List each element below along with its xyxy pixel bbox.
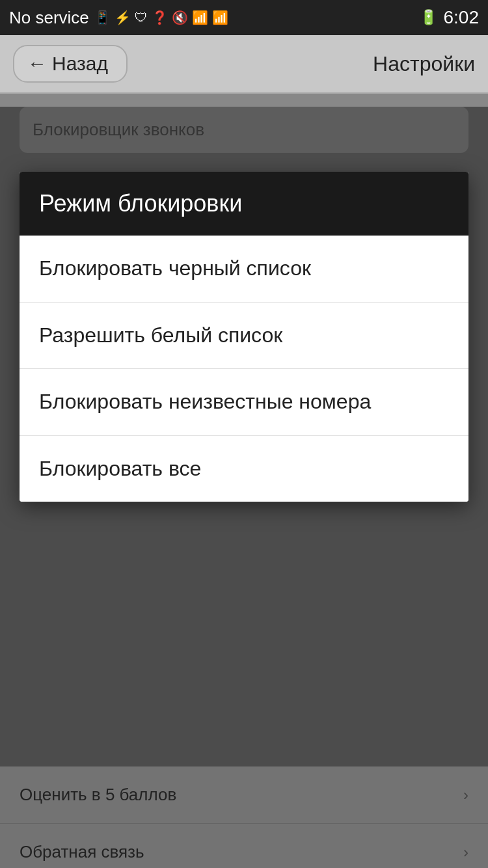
nav-title: Настройки <box>373 52 475 76</box>
phone-icon: 📱 <box>94 10 111 25</box>
shield-icon: 🛡 <box>135 10 148 25</box>
dialog-item-blacklist-label: Блокировать черный список <box>39 256 311 280</box>
block-mode-dialog: Режим блокировки Блокировать черный спис… <box>20 172 468 502</box>
dialog-item-blacklist[interactable]: Блокировать черный список <box>20 236 468 303</box>
usb-icon: ⚡ <box>115 10 131 25</box>
dialog-header-title: Режим блокировки <box>39 190 242 217</box>
background-content: Блокировщик звонков Режим блокировки Бло… <box>0 107 488 868</box>
dialog-header: Режим блокировки <box>20 172 468 236</box>
dialog-item-whitelist[interactable]: Разрешить белый список <box>20 303 468 370</box>
signal-icon: 📶 <box>212 10 228 25</box>
no-service-text: No service <box>9 8 89 28</box>
dialog-item-unknown[interactable]: Блокировать неизвестные номера <box>20 369 468 436</box>
back-label: Назад <box>52 53 108 75</box>
dialog-item-all-label: Блокировать все <box>39 457 201 480</box>
dialog-item-all[interactable]: Блокировать все <box>20 436 468 502</box>
mute-icon: 🔇 <box>172 10 188 25</box>
status-bar-right: 🔋 6:02 <box>420 7 480 28</box>
status-bar: No service 📱 ⚡ 🛡 ❓ 🔇 📶 📶 🔋 6:02 <box>0 0 488 35</box>
dialog-item-whitelist-label: Разрешить белый список <box>39 323 282 347</box>
back-button[interactable]: ← Назад <box>13 45 128 83</box>
nav-bar: ← Назад Настройки <box>0 35 488 94</box>
status-bar-left: No service 📱 ⚡ 🛡 ❓ 🔇 📶 📶 <box>9 8 228 28</box>
dialog-item-unknown-label: Блокировать неизвестные номера <box>39 390 371 413</box>
question-icon: ❓ <box>152 10 168 25</box>
status-time: 6:02 <box>444 7 480 28</box>
battery-icon: 🔋 <box>420 9 437 26</box>
status-icons: 📱 ⚡ 🛡 ❓ 🔇 📶 📶 <box>94 10 228 25</box>
back-arrow-icon: ← <box>27 53 47 75</box>
wifi-icon: 📶 <box>192 10 208 25</box>
